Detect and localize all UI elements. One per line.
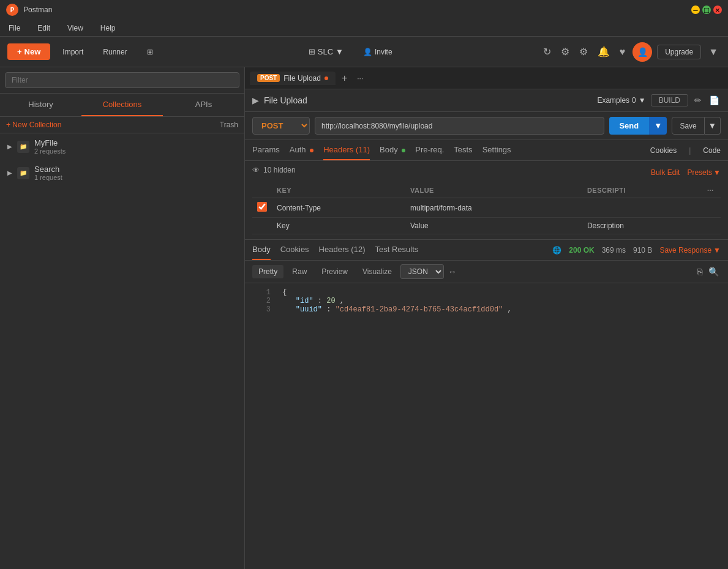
minimize-button[interactable]: –: [691, 6, 700, 14]
request-tabs: Params Auth Headers (11) Body Pre-req. T…: [245, 140, 728, 161]
save-dropdown-button[interactable]: ▼: [705, 117, 721, 135]
collection-info: Search 1 request: [34, 165, 237, 181]
sync-button[interactable]: ↻: [541, 43, 554, 60]
view-raw-button[interactable]: Raw: [286, 265, 313, 278]
toolbar: + New Import Runner ⊞ ⊞ SLC ▼ 👤 Invite ↻…: [0, 37, 728, 67]
response-time: 369 ms: [602, 246, 626, 255]
notifications-button[interactable]: 🔔: [595, 43, 612, 60]
header-actions-placeholder: [702, 218, 721, 234]
collection-item-search[interactable]: ▶ 📁 Search 1 request: [0, 160, 244, 186]
url-input[interactable]: [315, 117, 604, 135]
trash-button[interactable]: Trash: [220, 121, 238, 129]
save-response-button[interactable]: Save Response ▼: [659, 246, 721, 255]
tab-params[interactable]: Params: [252, 140, 280, 160]
upgrade-chevron[interactable]: ▼: [706, 44, 721, 60]
user-avatar[interactable]: 👤: [632, 42, 652, 62]
invite-icon: 👤: [363, 48, 372, 56]
save-button[interactable]: Save: [672, 117, 704, 135]
resp-tab-headers[interactable]: Headers (12): [319, 240, 366, 260]
new-button[interactable]: + New: [7, 43, 50, 60]
response-area: Body Cookies Headers (12) Test Results 🌐…: [245, 239, 728, 569]
resp-tab-cookies[interactable]: Cookies: [280, 240, 309, 260]
sidebar-tabs: History Collections APIs: [0, 94, 244, 117]
resp-tab-body[interactable]: Body: [252, 240, 271, 260]
header-checkbox[interactable]: [257, 202, 267, 212]
app-logo: P: [6, 4, 18, 16]
resp-tab-test-results[interactable]: Test Results: [375, 240, 418, 260]
import-button[interactable]: Import: [55, 44, 91, 60]
more-tabs-button[interactable]: ···: [353, 74, 367, 83]
maximize-button[interactable]: □: [702, 6, 711, 14]
close-button[interactable]: ×: [713, 6, 722, 14]
upgrade-button[interactable]: Upgrade: [657, 45, 701, 59]
presets-button[interactable]: Presets ▼: [687, 168, 721, 177]
copy-response-button[interactable]: ⎘: [696, 265, 704, 278]
tab-settings[interactable]: Settings: [482, 140, 511, 160]
eye-icon: 👁: [252, 166, 260, 174]
wrap-icon-button[interactable]: ↔: [446, 265, 459, 278]
main-layout: History Collections APIs + New Collectio…: [0, 67, 728, 569]
sidebar-tab-apis[interactable]: APIs: [163, 94, 244, 116]
send-button[interactable]: Send: [609, 117, 648, 135]
document-icon-button[interactable]: 📄: [708, 94, 721, 106]
workspace-grid-icon: ⊞: [309, 47, 315, 56]
tab-headers[interactable]: Headers (11): [323, 140, 370, 160]
examples-chevron-icon: ▼: [639, 96, 646, 105]
request-header-right: Examples 0 ▼ BUILD ✏ 📄: [597, 94, 721, 106]
layout-button[interactable]: ⊞: [140, 44, 160, 60]
settings-button[interactable]: ⚙: [577, 43, 590, 60]
sidebar-filter-input[interactable]: [5, 72, 239, 88]
interceptor-button[interactable]: ⚙: [558, 43, 572, 60]
menu-help[interactable]: Help: [97, 23, 119, 34]
runner-button[interactable]: Runner: [96, 44, 134, 60]
add-tab-button[interactable]: +: [338, 73, 351, 84]
menu-edit[interactable]: Edit: [34, 23, 54, 34]
new-collection-button[interactable]: + New Collection: [6, 121, 61, 129]
toolbar-right: ↻ ⚙ ⚙ 🔔 ♥ 👤 Upgrade ▼: [541, 42, 721, 62]
code-link[interactable]: Code: [703, 146, 721, 155]
sidebar: History Collections APIs + New Collectio…: [0, 67, 245, 569]
build-button[interactable]: BUILD: [651, 94, 688, 106]
environment-icon: 🌐: [552, 246, 561, 255]
toolbar-center: ⊞ SLC ▼ 👤 Invite: [165, 45, 536, 59]
collection-item-myfile[interactable]: ▶ 📁 MyFile 2 requests: [0, 133, 244, 160]
tab-pre-req[interactable]: Pre-req.: [415, 140, 444, 160]
method-selector[interactable]: POST GET PUT DELETE: [252, 117, 310, 135]
examples-button[interactable]: Examples 0 ▼: [597, 96, 645, 105]
header-row-content-type: Content-Type multipart/form-data: [252, 198, 721, 218]
workspace-selector[interactable]: ⊞ SLC ▼: [301, 45, 351, 59]
format-selector[interactable]: JSON XML HTML Text: [400, 264, 444, 279]
collection-icon: 📁: [17, 167, 29, 179]
request-panel: POST File Upload + ··· ▶ File Upload Exa…: [245, 67, 728, 569]
tab-body[interactable]: Body: [380, 140, 405, 160]
key-col-header: KEY: [272, 183, 405, 198]
menu-view[interactable]: View: [64, 23, 87, 34]
bulk-edit-button[interactable]: Bulk Edit: [651, 168, 680, 177]
method-badge: POST: [257, 74, 280, 82]
menu-file[interactable]: File: [5, 23, 24, 34]
status-code: 200 OK: [569, 246, 594, 255]
collection-name: Search: [34, 165, 237, 174]
headers-actions: Bulk Edit Presets ▼: [651, 168, 721, 177]
search-response-button[interactable]: 🔍: [707, 265, 721, 278]
app-name: Postman: [23, 6, 52, 14]
send-dropdown-button[interactable]: ▼: [648, 117, 667, 135]
edit-icon-button[interactable]: ✏: [693, 94, 703, 106]
view-preview-button[interactable]: Preview: [315, 265, 354, 278]
view-visualize-button[interactable]: Visualize: [356, 265, 398, 278]
sidebar-search-area: [0, 67, 244, 94]
collection-meta: 2 requests: [34, 147, 237, 155]
cookies-link[interactable]: Cookies: [650, 146, 677, 155]
tab-auth[interactable]: Auth: [290, 140, 313, 160]
tab-tests[interactable]: Tests: [454, 140, 472, 160]
view-pretty-button[interactable]: Pretty: [252, 265, 283, 278]
heart-button[interactable]: ♥: [617, 44, 628, 60]
workspace-chevron-icon: ▼: [336, 47, 343, 56]
sidebar-actions: + New Collection Trash: [0, 117, 244, 133]
invite-button[interactable]: 👤 Invite: [356, 45, 400, 59]
request-tab-file-upload[interactable]: POST File Upload: [250, 72, 336, 85]
sidebar-tab-history[interactable]: History: [0, 94, 81, 116]
header-row-placeholder: Key Value Description: [252, 218, 721, 234]
sidebar-tab-collections[interactable]: Collections: [81, 94, 163, 116]
chevron-right-icon: ▶: [7, 143, 12, 150]
